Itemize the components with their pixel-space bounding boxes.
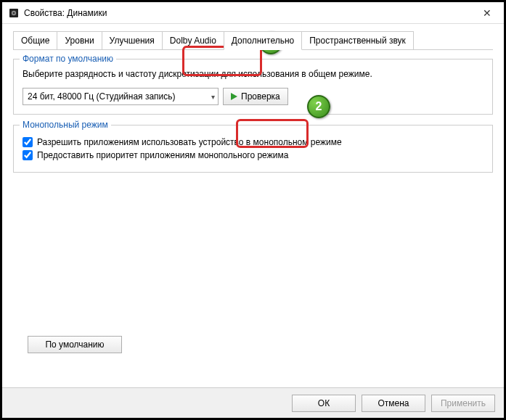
format-select[interactable]: 24 бит, 48000 Гц (Студийная запись) ▾ xyxy=(23,88,219,105)
tab-strip: Общие Уровни Улучшения Dolby Audio Допол… xyxy=(13,31,493,50)
test-button-label: Проверка xyxy=(241,91,280,102)
apply-button[interactable]: Применить xyxy=(431,395,495,412)
restore-defaults-button[interactable]: По умолчанию xyxy=(28,336,122,353)
exclusive-allow-row[interactable]: Разрешить приложениям использовать устро… xyxy=(23,137,483,147)
tab-advanced[interactable]: Дополнительно xyxy=(224,31,302,50)
content-area: Общие Уровни Улучшения Dolby Audio Допол… xyxy=(2,24,504,387)
play-icon xyxy=(231,93,237,100)
exclusive-legend: Монопольный режим xyxy=(20,120,111,130)
cancel-label: Отмена xyxy=(378,398,409,408)
default-format-desc: Выберите разрядность и частоту дискретиз… xyxy=(23,68,483,81)
default-format-legend: Формат по умолчанию xyxy=(20,54,116,64)
default-format-group: Формат по умолчанию Выберите разрядность… xyxy=(13,59,493,115)
dialog-footer: ОК Отмена Применить xyxy=(2,387,504,418)
exclusive-priority-label: Предоставить приоритет приложениям моноп… xyxy=(37,150,288,160)
tab-spatial[interactable]: Пространственный звук xyxy=(301,31,414,49)
ok-label: ОК xyxy=(318,398,330,408)
exclusive-priority-checkbox[interactable] xyxy=(23,150,33,160)
tab-levels[interactable]: Уровни xyxy=(57,31,102,49)
chevron-down-icon: ▾ xyxy=(211,92,215,100)
test-button[interactable]: Проверка xyxy=(223,88,288,105)
exclusive-mode-group: Монопольный режим Разрешить приложениям … xyxy=(13,125,493,173)
titlebar: Свойства: Динамики ✕ xyxy=(2,2,504,24)
exclusive-allow-checkbox[interactable] xyxy=(23,137,33,147)
restore-defaults-label: По умолчанию xyxy=(45,339,104,350)
cancel-button[interactable]: Отмена xyxy=(362,395,425,412)
tab-enhancements[interactable]: Улучшения xyxy=(102,31,163,49)
exclusive-allow-label: Разрешить приложениям использовать устро… xyxy=(37,137,342,147)
svg-point-2 xyxy=(13,12,15,14)
speaker-icon xyxy=(8,7,20,19)
window-title: Свойства: Динамики xyxy=(24,8,476,18)
close-button[interactable]: ✕ xyxy=(476,7,498,19)
ok-button[interactable]: ОК xyxy=(292,395,356,412)
tab-dolby[interactable]: Dolby Audio xyxy=(162,31,224,49)
tab-general[interactable]: Общие xyxy=(13,31,57,49)
restore-defaults-row: По умолчанию xyxy=(28,336,122,353)
apply-label: Применить xyxy=(441,398,486,408)
exclusive-priority-row[interactable]: Предоставить приоритет приложениям моноп… xyxy=(23,150,483,160)
format-select-value: 24 бит, 48000 Гц (Студийная запись) xyxy=(28,91,176,102)
